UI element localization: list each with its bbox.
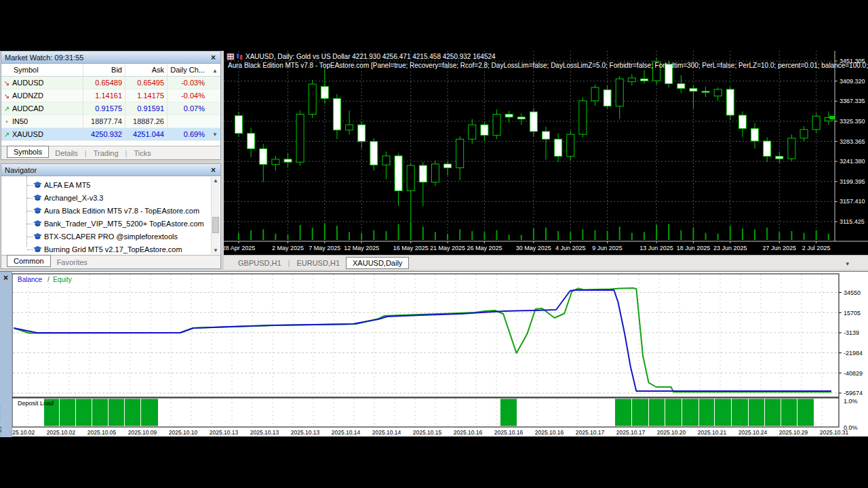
ea-icon — [33, 233, 42, 241]
svg-text:3409.320: 3409.320 — [840, 78, 865, 85]
deposit-load-bar — [649, 399, 665, 426]
column-symbol[interactable]: Symbol — [12, 64, 83, 76]
deposit-load-bar — [500, 399, 517, 426]
navigator-item[interactable]: Archangel_X-v3.3 — [1, 192, 220, 205]
deposit-load-bar — [781, 399, 797, 426]
tester-date-label: 2025.10.16 — [494, 429, 524, 436]
symbol-cell: IN50 — [12, 115, 83, 127]
tester-date-label: 2025.10.17 — [616, 429, 646, 436]
tester-close-icon[interactable]: × — [2, 274, 9, 282]
column-ask[interactable]: Ask — [125, 64, 167, 76]
svg-text:-3139: -3139 — [844, 329, 859, 336]
navigator-item-label: Aura Black Edition MT5 v7.8 - TopEAstore… — [44, 207, 199, 215]
navigator-close-icon[interactable]: × — [210, 166, 217, 174]
tester-date-label: 2025.10.16 — [454, 429, 483, 436]
navigator-item[interactable]: BTX-SCLAPER PRO @simpleforextools — [1, 230, 220, 243]
navigator-item-label: Bank_Trader_VIP_MT5_5200+ TopEAstore.com — [44, 220, 204, 228]
strategy-tester-panel: × egy Tester 3455015705-3139-21984-40829… — [0, 271, 868, 436]
trend-up-icon: ↗ — [1, 102, 12, 115]
change-cell: 0.69% — [167, 128, 208, 140]
table-row[interactable]: ↗AUDCAD0.915750.915910.07% — [1, 102, 220, 115]
strategy-tester-tab[interactable]: egy Tester — [0, 403, 1, 437]
table-row[interactable]: ↗XAUUSD4250.9324251.0440.69% — [1, 128, 220, 141]
market-watch-table: SymbolBidAskDaily Ch...↘AUDUSD0.654890.6… — [1, 64, 220, 141]
strategy-tester-strip: × egy Tester — [0, 272, 12, 437]
tab-ticks[interactable]: Ticks — [127, 148, 157, 158]
chart-mode-icon — [227, 54, 234, 60]
chart-tab-xauusd-daily[interactable]: XAUUSD,Daily — [346, 257, 409, 269]
deposit-load-bar — [632, 399, 648, 426]
svg-text:26 May 2025: 26 May 2025 — [467, 245, 502, 251]
tab-common[interactable]: Common — [7, 255, 51, 267]
svg-text:34550: 34550 — [844, 289, 861, 296]
column-bid[interactable]: Bid — [83, 64, 125, 76]
change-cell: -0.03% — [167, 77, 208, 89]
market-watch-title: Market Watch: 09:31:55 — [5, 54, 210, 62]
column-daily-change[interactable]: Daily Ch... — [167, 64, 208, 76]
navigator-item[interactable]: ALFA EA MT5 — [1, 179, 220, 192]
svg-text:3325.350: 3325.350 — [840, 118, 865, 125]
market-watch-scroll-up-icon[interactable]: ▲ — [212, 68, 218, 74]
chart-tab-eurusd-h1[interactable]: EURUSD,H1 — [290, 258, 346, 268]
navigator-item[interactable]: Aura Black Edition MT5 v7.8 - TopEAstore… — [1, 205, 220, 218]
navigator-item-label: Burning Grid MT5 v2.17_TopEAstore.com — [44, 245, 182, 253]
svg-text:16 May 2025: 16 May 2025 — [393, 245, 429, 251]
ask-cell: 0.65495 — [125, 77, 167, 89]
tester-date-label: 2025.10.13 — [250, 429, 279, 436]
tester-date-label: 2025.10.29 — [779, 429, 808, 436]
table-row[interactable]: ↘AUDNZD1.141611.14175-0.04% — [1, 89, 220, 102]
deposit-load-bar — [665, 399, 682, 426]
change-cell: -0.04% — [167, 89, 208, 102]
navigator-title: Navigator — [5, 166, 210, 174]
ask-cell: 0.91591 — [125, 102, 167, 115]
market-watch-close-icon[interactable]: × — [210, 54, 217, 62]
chart-tab-bar: GBPUSD,H1|EURUSD,H1XAUUSD,Daily▾ — [224, 255, 868, 270]
deposit-max-label: 1.0% — [844, 398, 858, 405]
svg-text:3199.395: 3199.395 — [840, 178, 865, 185]
navigator-item[interactable]: Burning Grid MT5 v2.17_TopEAstore.com — [1, 243, 220, 255]
svg-text:-59674: -59674 — [844, 390, 863, 396]
tab-symbols[interactable]: Symbols — [7, 146, 49, 158]
tab-details[interactable]: Details — [49, 148, 84, 158]
deposit-load-bar — [765, 399, 781, 426]
trend-down-icon: ↘ — [1, 89, 12, 102]
navigator-scroll-up-icon[interactable]: ▲ — [212, 178, 220, 184]
svg-text:3241.380: 3241.380 — [840, 158, 865, 165]
trend-flat-icon: • — [1, 115, 12, 127]
svg-text:30 May 2025: 30 May 2025 — [516, 245, 551, 251]
svg-text:3115.425: 3115.425 — [840, 218, 865, 225]
table-row[interactable]: ↘AUDUSD0.654890.65495-0.03% — [1, 77, 220, 89]
deposit-load-bar — [732, 399, 748, 426]
navigator-item[interactable]: Bank_Trader_VIP_MT5_5200+ TopEAstore.com — [1, 218, 220, 230]
navigator-scroll-down-icon[interactable]: ▼ — [212, 247, 220, 253]
tab-bar-arrow-icon[interactable]: ▾ — [846, 260, 849, 267]
chart-tab-gbpusd-h1[interactable]: GBPUSD,H1 — [232, 258, 288, 268]
navigator-scrollbar[interactable]: ▲ ▼ — [211, 177, 220, 254]
market-watch-panel: Market Watch: 09:31:55 × SymbolBidAskDai… — [1, 51, 221, 160]
symbol-cell: AUDNZD — [12, 89, 83, 102]
navigator-scroll-thumb[interactable] — [212, 217, 219, 233]
ask-cell: 1.14175 — [125, 89, 167, 102]
tester-date-label: 2025.10.09 — [128, 429, 157, 436]
svg-text:7 May 2025: 7 May 2025 — [309, 245, 340, 251]
chart-title: XAUUSD, Daily: Gold vs US Dollar 4221.93… — [245, 53, 496, 60]
market-watch-scroll-down-icon[interactable]: ▼ — [212, 131, 218, 138]
deposit-load-label: Deposit Load — [18, 400, 54, 407]
symbol-cell: AUDCAD — [12, 102, 83, 115]
market-watch-column-header: SymbolBidAskDaily Ch... — [1, 64, 220, 77]
ea-icon — [33, 195, 42, 203]
candlestick-chart[interactable]: 3451.3053409.3203367.3353325.3503283.365… — [224, 51, 868, 255]
deposit-load-bar — [749, 399, 764, 426]
tester-graph[interactable]: 3455015705-3139-21984-40829-59674Balance… — [12, 272, 868, 437]
tab-trading[interactable]: Trading — [87, 148, 125, 158]
current-price-marker — [829, 116, 835, 119]
trend-down-icon: ↘ — [1, 77, 12, 89]
tester-date-label: 2025.10.13 — [291, 429, 320, 436]
ask-cell: 4251.044 — [125, 128, 167, 140]
table-row[interactable]: •IN5018877.7418887.26 — [1, 115, 220, 128]
tester-date-label: 2025.10.05 — [87, 429, 117, 436]
change-cell: 0.07% — [167, 102, 208, 115]
screen: Market Watch: 09:31:55 × SymbolBidAskDai… — [0, 0, 868, 488]
tab-favorites[interactable]: Favorites — [51, 258, 94, 267]
deposit-load-bar — [76, 399, 92, 426]
